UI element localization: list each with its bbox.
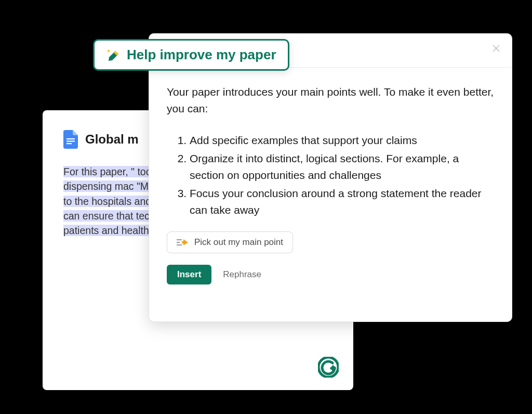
suggestion-item: Add specific examples that support your … [190,132,494,149]
highlight-arrow-icon [177,238,188,247]
document-title: Global m [85,132,139,147]
pick-main-point-button[interactable]: Pick out my main point [167,231,293,253]
title-tab-label: Help improve my paper [127,47,276,63]
pick-button-label: Pick out my main point [194,237,283,248]
google-docs-icon [63,130,78,149]
close-icon [492,44,500,53]
action-row: Insert Rephrase [167,265,494,284]
suggestions-list: Add specific examples that support your … [167,132,494,219]
assistant-panel: Help improve my paper Your paper introdu… [149,33,512,322]
insert-button[interactable]: Insert [167,265,211,284]
grammarly-logo-icon[interactable] [318,357,339,378]
pencil-sparkle-icon [106,48,121,62]
svg-rect-7 [177,242,180,243]
svg-rect-8 [177,244,182,245]
suggestion-item: Organize it into distinct, logical secti… [190,150,494,184]
svg-rect-1 [66,141,75,142]
suggestion-item: Focus your conclusion around a strong st… [190,185,494,219]
svg-rect-0 [66,138,75,139]
svg-rect-6 [177,239,182,240]
intro-text: Your paper introduces your main points w… [167,84,494,117]
panel-content: Your paper introduces your main points w… [149,34,512,302]
title-tab[interactable]: Help improve my paper [93,39,289,71]
svg-rect-2 [66,143,72,144]
rephrase-link[interactable]: Rephrase [223,269,261,280]
close-button[interactable] [491,43,501,54]
